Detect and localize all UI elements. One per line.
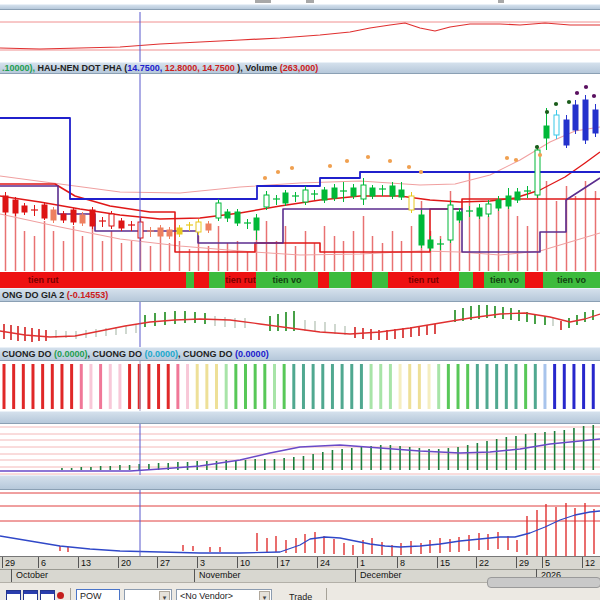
momentum-histogram-pane[interactable] [0, 424, 600, 475]
symbol-name: HAU-NEN DOT PHA [38, 63, 125, 73]
ribbon-segment-red [194, 272, 209, 288]
ribbon-label: tien rut [0, 272, 186, 288]
ribbon-segment-red [525, 272, 543, 288]
window-icon[interactable] [23, 590, 38, 600]
axis-tick-label: 3 [200, 558, 205, 568]
pane-edge-mark [306, 0, 314, 3]
indicator-name: ONG DO GIA 2 [2, 290, 67, 300]
indicator-line [0, 23, 600, 49]
cuong-do-titlebar: CUONG DO (0.0000), CUONG DO (0.0000), CU… [0, 347, 600, 361]
axis-tick-mark [357, 557, 358, 568]
ribbon-label: tien vo [543, 272, 600, 288]
volume-label: Volume [245, 63, 279, 73]
signal-ticks [4, 305, 593, 342]
ribbon-segment-green [329, 272, 351, 288]
axis-tick-label: 20 [121, 558, 131, 568]
axis-tick-label: 29 [519, 558, 529, 568]
strength-bars [4, 364, 593, 409]
pane-divider[interactable] [0, 475, 600, 490]
price-close: 14.7500 [200, 63, 238, 73]
trade-button[interactable]: Trade [289, 592, 312, 600]
top-indicator-pane[interactable] [0, 10, 600, 62]
month-separator [355, 569, 356, 582]
axis-tick-label: 13 [81, 558, 91, 568]
ribbon-segment-green [372, 272, 388, 288]
axis-tick-mark [78, 557, 79, 568]
bottom-indicator-pane[interactable] [0, 490, 600, 556]
overlay-lines [0, 118, 600, 255]
axis-tick-label: 22 [479, 558, 489, 568]
axis-tick-label: 27 [160, 558, 170, 568]
ribbon-segment-green: tien vo [256, 272, 318, 288]
axis-tick-label: 17 [280, 558, 290, 568]
cuong-do-gia-pane[interactable] [0, 302, 600, 347]
axis-tick-mark [197, 557, 198, 568]
record-icon[interactable] [57, 592, 64, 599]
axis-tick-mark [118, 557, 119, 568]
symbol-combobox-value: POW [80, 591, 102, 600]
axis-tick-label: 5 [545, 558, 550, 568]
axis-tick-mark [317, 557, 318, 568]
axis-tick-mark [38, 557, 39, 568]
month-label: October [16, 570, 48, 580]
indicator-value: (-0.14553) [67, 290, 109, 300]
axis-tick-label: 15 [440, 558, 450, 568]
ribbon-label: tien vo [484, 272, 525, 288]
symbol-combobox[interactable]: POW [76, 589, 120, 600]
ribbon-label: tien vo [256, 272, 318, 288]
signal-line [0, 439, 600, 471]
toolbar-separator [326, 588, 327, 600]
axis-tick-label: 12 [585, 558, 595, 568]
ribbon-segment-green [459, 272, 473, 288]
ribbon-label: tien rut [225, 272, 256, 288]
strength-bars-pane[interactable] [0, 361, 600, 411]
price-low: 12.8000, [162, 63, 200, 73]
interval-combobox[interactable]: ▾ [124, 589, 172, 600]
indicator-line [0, 511, 600, 553]
vendor-combobox[interactable]: <No Vendor> ▾ [176, 589, 272, 600]
axis-tick-label: 8 [400, 558, 405, 568]
window-icon[interactable] [40, 590, 55, 600]
price-candlestick-pane[interactable] [0, 74, 600, 272]
money-flow-ribbon: tien ruttien ruttien votien ruttien voti… [0, 272, 600, 288]
main-chart-titlebar: .10000), HAU-NEN DOT PHA (14.7500, 12.80… [0, 62, 600, 74]
month-separator [194, 569, 195, 582]
ribbon-segment-red: tien rut [388, 272, 459, 288]
axis-tick-mark [237, 557, 238, 568]
price-open: 14.7500, [127, 63, 162, 73]
vendor-combobox-value: <No Vendor> [180, 591, 233, 600]
ribbon-segment-red [318, 272, 329, 288]
axis-tick-mark [277, 557, 278, 568]
axis-tick-label: 24 [320, 558, 330, 568]
axis-tick-mark [516, 557, 517, 568]
pane-divider[interactable] [0, 411, 600, 424]
cuong-do-gia-titlebar: ONG DO GIA 2 (-0.14553) [0, 288, 600, 302]
toolbar-separator [70, 588, 71, 600]
ribbon-label: tien rut [388, 272, 459, 288]
axis-tick-mark [542, 557, 543, 568]
ribbon-segment-green: tien vo [484, 272, 525, 288]
axis-tick-label: 1 [360, 558, 365, 568]
month-separator [11, 569, 12, 582]
ribbon-segment-red [351, 272, 372, 288]
horizontal-scrollbar-thumb[interactable] [487, 577, 600, 588]
volume-value: (263,000) [280, 63, 319, 73]
axis-tick-label: 10 [240, 558, 250, 568]
chevron-down-icon[interactable]: ▾ [159, 591, 170, 600]
ribbon-segment-green [209, 272, 225, 288]
charting-app-window: .10000), HAU-NEN DOT PHA (14.7500, 12.80… [0, 0, 600, 600]
axis-tick-mark [437, 557, 438, 568]
gridlines [0, 493, 600, 521]
axis-tick-mark [397, 557, 398, 568]
indicator-line [0, 313, 600, 337]
window-icon[interactable] [6, 590, 21, 600]
axis-tick-mark [582, 557, 583, 568]
month-label: November [199, 570, 241, 580]
ribbon-segment-red: tien rut [225, 272, 256, 288]
pane-edge-mark [498, 0, 504, 3]
ribbon-segment-red: tien rut [0, 272, 186, 288]
ribbon-segment-green [186, 272, 194, 288]
chevron-down-icon[interactable]: ▾ [259, 591, 270, 600]
month-label: December [360, 570, 402, 580]
axis-tick-mark [2, 557, 3, 568]
